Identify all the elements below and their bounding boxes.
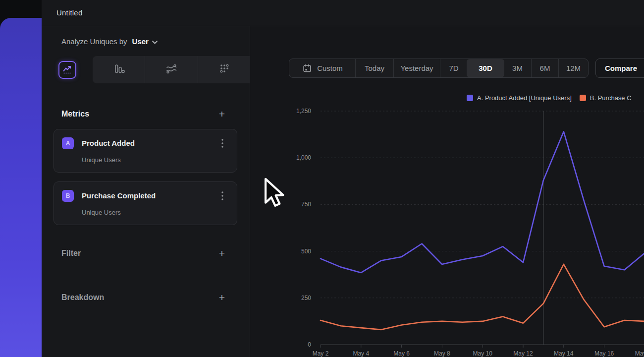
x-axis-tick-label: May 12	[513, 350, 533, 357]
sidebar: Analyze Uniques by User	[42, 26, 250, 357]
x-axis-tick-label: May 2	[313, 350, 329, 357]
tab-bar-chart[interactable]	[93, 56, 145, 83]
x-axis-tick-label: May 10	[473, 350, 493, 357]
metrics-header: Metrics	[61, 110, 89, 119]
metric-badge-b: B	[62, 190, 74, 202]
x-axis-tick-label: May 18	[635, 350, 644, 357]
metrics-section-header: Metrics +	[42, 107, 250, 121]
tab-flow-chart[interactable]	[145, 56, 197, 83]
y-axis-tick-label: 750	[301, 201, 311, 208]
y-axis-tick-label: 0	[308, 341, 311, 348]
metric-measure: Unique Users	[82, 156, 121, 164]
desktop-gradient	[0, 18, 42, 357]
analyze-by-label: Analyze Uniques by	[61, 37, 127, 46]
breakdown-header: Breakdown	[61, 293, 104, 302]
line-chart[interactable]: 02505007501,0001,250May 2May 4May 6May 8…	[250, 26, 644, 357]
chart-type-tabs	[42, 56, 250, 83]
x-axis-tick-label: May 16	[594, 350, 614, 357]
kebab-menu-icon[interactable]	[218, 138, 227, 149]
app-window: Untitled Analyze Uniques by User	[42, 0, 644, 357]
chevron-down-icon	[152, 37, 158, 46]
analyze-by-value: User	[132, 37, 149, 46]
line-chart-icon	[58, 61, 76, 79]
flow-chart-icon	[165, 63, 178, 77]
y-axis-tick-label: 1,250	[296, 108, 311, 115]
analyze-by-row: Analyze Uniques by User	[42, 26, 250, 56]
breakdown-section-header: Breakdown +	[42, 290, 250, 305]
chart-panel: CustomTodayYesterday7D30D3M6M12M Compare…	[250, 26, 644, 357]
series-line-b[interactable]	[321, 264, 644, 330]
x-axis-tick-label: May 6	[393, 350, 410, 357]
y-axis-tick-label: 250	[301, 295, 311, 301]
add-filter-button[interactable]: +	[217, 248, 227, 258]
titlebar: Untitled	[42, 0, 644, 26]
add-metric-button[interactable]: +	[217, 109, 227, 119]
bar-chart-icon	[112, 63, 125, 77]
tab-grid-chart[interactable]	[198, 56, 250, 83]
y-axis-tick-label: 500	[301, 248, 311, 255]
x-axis-tick-label: May 8	[434, 350, 450, 357]
tab-line-chart[interactable]	[42, 56, 93, 83]
metric-name: Purchase Completed	[82, 191, 156, 200]
filter-section-header: Filter +	[42, 246, 250, 261]
series-line-a[interactable]	[321, 131, 644, 272]
x-axis-tick-label: May 4	[353, 350, 369, 357]
app-body: Analyze Uniques by User	[42, 26, 644, 357]
y-axis-tick-label: 1,000	[296, 154, 311, 161]
metric-measure: Unique Users	[82, 209, 121, 216]
grid-chart-icon	[217, 63, 230, 77]
metric-name: Product Added	[82, 139, 135, 147]
analyze-by-select[interactable]: User	[132, 37, 158, 46]
metric-card-product-added[interactable]: A Product Added Unique Users	[54, 129, 237, 173]
add-breakdown-button[interactable]: +	[217, 293, 227, 302]
chart-type-tab-band	[93, 56, 250, 83]
kebab-menu-icon[interactable]	[218, 191, 227, 202]
page-title: Untitled	[56, 8, 82, 17]
screen: Untitled Analyze Uniques by User	[0, 0, 644, 357]
metric-card-purchase-completed[interactable]: B Purchase Completed Unique Users	[54, 181, 237, 225]
metric-badge-a: A	[62, 137, 74, 149]
x-axis-tick-label: May 14	[554, 350, 574, 357]
filter-header: Filter	[61, 249, 81, 258]
desktop-background	[0, 0, 42, 357]
